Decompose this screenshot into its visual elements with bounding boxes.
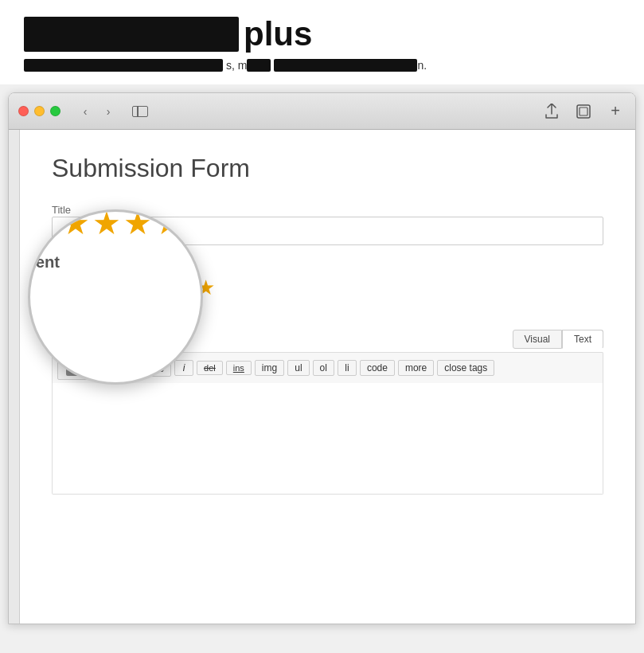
star-7[interactable]: ★ [176,277,194,298]
bold-button[interactable]: b [150,360,171,377]
svg-rect-1 [580,108,587,115]
add-media-label: Add Media [86,362,135,374]
browser-window: ‹ › + Submission Form [8,92,636,624]
star-5[interactable]: ★ [135,277,153,298]
title-input[interactable] [52,217,603,245]
traffic-light-red[interactable] [18,106,29,116]
star-rating-section: Star Rating ★ ★ ★ ★ ★ ★ ★ ★ [52,258,603,298]
li-button[interactable]: li [338,360,357,376]
traffic-lights [18,106,60,116]
top-banner: plus s, m n. [0,0,644,84]
star-3[interactable]: ★ [93,277,111,298]
title-label: Title [52,204,71,216]
star-8[interactable]: ★ [197,277,215,298]
tab-text[interactable]: Text [562,330,603,349]
banner-title: plus [24,16,620,53]
sidebar-icon [132,106,148,117]
editor-content-area[interactable] [52,383,603,495]
browser-sidebar [9,130,20,624]
form-heading: Submission Form [52,154,603,183]
star-4[interactable]: ★ [114,277,132,298]
sidebar-toggle-button[interactable] [128,103,152,120]
banner-redacted-sub3 [274,59,417,72]
browser-content: Submission Form Title Star Rating ★ ★ ★ … [20,130,635,624]
banner-subtitle-part1: s, m [226,59,247,72]
star-rating-stars[interactable]: ★ ★ ★ ★ ★ ★ ★ ★ [52,277,603,298]
add-media-button[interactable]: Add Media [57,356,144,380]
ol-button[interactable]: ol [313,360,334,376]
italic-button[interactable]: i [174,360,193,376]
banner-redacted-sub1 [24,59,223,72]
traffic-light-yellow[interactable] [34,106,45,116]
star-1[interactable]: ★ [52,277,70,298]
resize-button[interactable] [572,101,595,122]
content-label: Content [52,311,603,323]
more-button[interactable]: more [398,360,434,376]
banner-redacted-sub2 [247,59,271,72]
img-button[interactable]: img [255,360,284,376]
banner-redacted-title [24,17,239,52]
star-2[interactable]: ★ [72,277,91,298]
content-section: Content Visual Text Add Media b i [52,311,603,495]
traffic-light-green[interactable] [50,106,60,116]
ins-button[interactable]: ins [226,361,252,375]
editor-tab-bar: Visual Text [52,330,603,349]
code-button[interactable]: code [360,360,395,376]
star-rating-label: Star Rating [52,258,603,271]
ul-button[interactable]: ul [287,360,309,376]
title-field-group: Title [52,202,603,258]
banner-subtitle-part2: n. [417,59,427,72]
nav-back-button[interactable]: ‹ [75,103,96,120]
add-media-icon [66,360,82,376]
nav-forward-button[interactable]: › [98,103,119,120]
del-button[interactable]: del [197,361,223,375]
banner-subtitle: s, m n. [24,59,620,72]
browser-actions [540,101,595,122]
star-6[interactable]: ★ [155,277,174,298]
close-tags-button[interactable]: close tags [437,360,494,376]
new-tab-button[interactable]: + [605,101,626,122]
browser-nav: ‹ › [75,103,119,120]
editor-toolbar: Add Media b i del ins img ul ol li code … [52,352,603,383]
share-button[interactable] [540,101,564,122]
banner-title-suffix: plus [244,16,312,53]
browser-body: Submission Form Title Star Rating ★ ★ ★ … [9,130,635,624]
tab-visual[interactable]: Visual [513,330,562,349]
browser-toolbar: ‹ › + [9,93,635,130]
